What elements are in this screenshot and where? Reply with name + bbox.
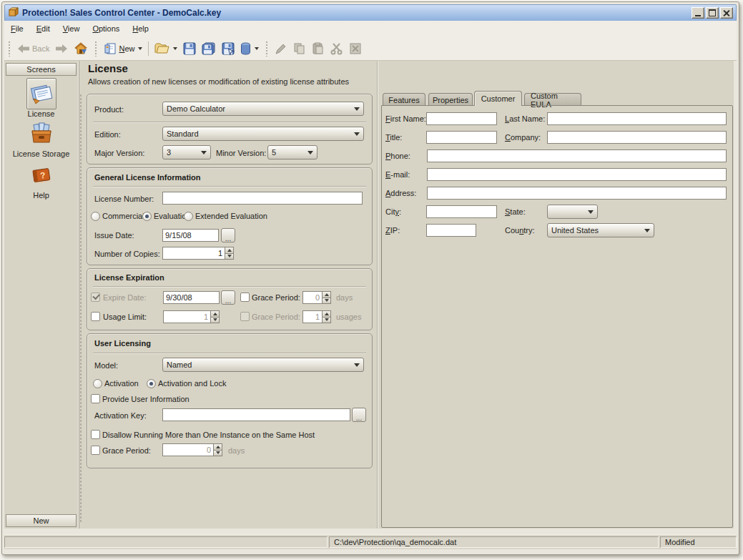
screens-header-button[interactable]: Screens (6, 63, 77, 76)
save-button[interactable] (180, 41, 199, 57)
minor-version-select[interactable]: 5 (267, 145, 318, 159)
paste-button (309, 41, 328, 57)
save-all-button[interactable] (199, 41, 219, 57)
tab-features[interactable]: Features (383, 93, 425, 106)
spin-down-button[interactable] (225, 254, 234, 260)
spin-up-button[interactable] (225, 247, 234, 254)
menu-item-view[interactable]: View (56, 22, 87, 35)
activation-and-lock-radio[interactable] (147, 379, 156, 388)
tab-properties[interactable]: Properties (428, 93, 473, 106)
city-input[interactable] (426, 205, 497, 218)
spin-up-button (322, 310, 331, 318)
file-path-text: C:\dev\Protection\qa_democalc.dat (334, 538, 456, 546)
activation-key-browse-button[interactable]: ... (352, 408, 366, 422)
copies-input[interactable] (162, 247, 225, 260)
spin-up-button (210, 310, 220, 318)
new-dropdown-arrow-icon[interactable] (138, 47, 142, 50)
license-storage-button[interactable] (237, 41, 262, 57)
statusbar-cell-empty (4, 536, 328, 548)
menu-item-help[interactable]: Help (126, 22, 155, 35)
company-input[interactable] (547, 131, 727, 144)
state-select[interactable] (547, 205, 598, 219)
minor-version-label: Minor Version: (216, 149, 266, 157)
expire-grace-checkbox[interactable] (240, 293, 250, 302)
sidebar-item-license[interactable]: License (4, 78, 78, 118)
license-icon (26, 78, 56, 109)
save-icon (183, 42, 196, 55)
activation-key-input[interactable] (162, 408, 350, 421)
minor-version-value: 5 (272, 148, 276, 157)
disallow-multiple-instances-checkbox[interactable] (91, 430, 100, 439)
usage-limit-checkbox[interactable] (91, 312, 100, 321)
maximize-button[interactable] (706, 7, 719, 19)
activation-radio[interactable] (93, 379, 102, 388)
extended-evaluation-radio[interactable] (184, 212, 193, 221)
divider (93, 286, 366, 287)
activation-radio-label: Activation (104, 379, 139, 388)
major-version-select[interactable]: 3 (162, 145, 211, 159)
issue-date-label: Issue Date: (94, 231, 134, 240)
home-icon (74, 42, 88, 55)
toolbar-drag-handle[interactable] (265, 41, 268, 57)
toolbar-drag-handle[interactable] (8, 41, 11, 57)
country-select[interactable]: United States (547, 223, 654, 237)
expire-grace-unit: days (336, 293, 353, 302)
menu-item-options[interactable]: Options (86, 22, 126, 35)
sidebar-new-button[interactable]: New (6, 514, 77, 527)
home-button[interactable] (71, 41, 91, 57)
close-button[interactable] (720, 7, 733, 19)
statusbar-file-path: C:\dev\Protection\qa_democalc.dat (329, 536, 659, 548)
user-grace-label: Grace Period: (102, 446, 151, 455)
save-as-button[interactable] (219, 41, 237, 57)
expire-grace-label: Grace Period: (252, 293, 300, 302)
last-name-input[interactable] (547, 112, 727, 125)
app-icon (8, 6, 19, 20)
customer-tab-panel: First Name: Last Name: Title: Company: P… (381, 105, 733, 528)
save-as-icon (222, 42, 235, 55)
divider (93, 186, 366, 187)
model-select[interactable]: Named (162, 358, 364, 372)
user-grace-checkbox[interactable] (91, 446, 100, 455)
commercial-radio[interactable] (91, 212, 100, 221)
edition-select[interactable]: Standard (162, 127, 364, 141)
help-book-icon: ? (27, 162, 56, 191)
first-name-input[interactable] (426, 112, 497, 125)
major-version-value: 3 (167, 148, 171, 157)
storage-dropdown-arrow-icon[interactable] (255, 47, 259, 50)
menu-item-edit[interactable]: Edit (30, 22, 56, 35)
expire-date-input[interactable] (163, 291, 220, 304)
license-number-input[interactable] (162, 192, 363, 205)
email-input[interactable] (427, 168, 727, 181)
issue-date-picker-button[interactable]: ... (221, 228, 235, 242)
product-select[interactable]: Demo Calculator (162, 102, 364, 116)
usage-limit-label: Usage Limit: (103, 313, 147, 321)
tab-customer[interactable]: Customer (474, 91, 522, 106)
menu-item-file[interactable]: File (4, 22, 30, 35)
open-dropdown-arrow-icon[interactable] (173, 47, 177, 50)
title-input[interactable] (426, 131, 497, 144)
commercial-radio-label: Commercial (102, 212, 144, 220)
user-grace-stepper (162, 443, 222, 456)
pane-splitter[interactable] (79, 94, 82, 523)
tab-custom-eula[interactable]: Custom EULA (524, 93, 581, 106)
phone-input[interactable] (427, 149, 727, 162)
provide-user-info-checkbox[interactable] (91, 394, 100, 403)
expire-date-picker-button[interactable]: ... (221, 290, 235, 305)
open-button[interactable] (152, 41, 180, 56)
toolbar-drag-handle[interactable] (94, 41, 97, 57)
paste-clipboard-icon (312, 42, 325, 55)
sidebar-item-license-storage[interactable]: License Storage (4, 118, 78, 158)
sidebar-item-license-storage-label: License Storage (4, 149, 78, 158)
evaluation-radio[interactable] (142, 212, 152, 221)
new-button[interactable]: New (101, 41, 145, 57)
minimize-button[interactable] (692, 7, 704, 19)
address-input[interactable] (427, 187, 727, 200)
usage-grace-stepper (302, 310, 331, 323)
zip-label: ZIP: (385, 226, 400, 235)
issue-date-input[interactable] (162, 229, 219, 242)
zip-input[interactable] (426, 224, 476, 237)
copies-stepper[interactable] (162, 247, 234, 260)
model-label: Model: (94, 361, 118, 370)
sidebar-item-help[interactable]: ? Help (4, 162, 78, 200)
last-name-label: Last Name: (505, 114, 545, 123)
